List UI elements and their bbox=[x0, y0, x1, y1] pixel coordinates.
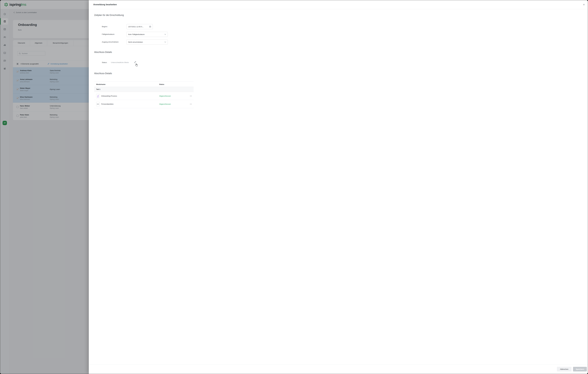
ellipsis-menu-icon[interactable]: ••• bbox=[189, 103, 193, 106]
module-name: Firmenüberblick bbox=[101, 103, 114, 105]
modules-table: Modulname Status Teil 1 A Onboarding-Pro… bbox=[94, 82, 194, 108]
due-date-value: Kein Fälligkeitsdatum bbox=[128, 33, 145, 35]
restrict-access-select[interactable]: Nicht einschränken bbox=[126, 39, 168, 44]
modal-header: Anmeldung bearbeiten × bbox=[89, 0, 201, 9]
restrict-access-value: Nicht einschränken bbox=[128, 41, 143, 43]
modal-body: Zeitplan für die Einschreibung Beginn: 1… bbox=[89, 9, 201, 128]
due-date-label: Fälligkeitsdatum: bbox=[102, 32, 115, 37]
app-window: ispringlms bbox=[0, 0, 201, 128]
module-row[interactable]: Firmenüberblick Abgeschlossen ••• bbox=[94, 100, 194, 108]
module-group-row: Teil 1 bbox=[94, 87, 194, 92]
restrict-access-label: Zugang einschränken: bbox=[102, 39, 119, 44]
status-value: Unterschiedliche Werte bbox=[111, 62, 129, 63]
module-name: Onboarding-Prozess bbox=[101, 95, 117, 97]
article-doc-icon: A bbox=[96, 94, 100, 98]
status-label: Status: bbox=[102, 62, 107, 63]
ellipsis-menu-icon[interactable]: ••• bbox=[189, 95, 193, 98]
module-row[interactable]: A Onboarding-Prozess Abgeschlossen ••• bbox=[94, 92, 194, 100]
completion-heading: Abschluss-Details bbox=[94, 51, 112, 54]
chevron-down-icon bbox=[164, 34, 166, 35]
schedule-heading: Zeitplan für die Einschreibung bbox=[94, 14, 124, 17]
column-header-module: Modulname bbox=[96, 83, 105, 85]
cursor-pointer-icon bbox=[135, 63, 138, 67]
modules-table-header: Modulname Status bbox=[94, 82, 194, 87]
edit-enrollment-modal: Anmeldung bearbeiten × Zeitplan für die … bbox=[89, 0, 201, 128]
module-status: Abgeschlossen bbox=[159, 103, 171, 105]
module-status: Abgeschlossen bbox=[159, 95, 171, 97]
calendar-icon bbox=[149, 26, 151, 28]
start-date-label: Beginn: bbox=[102, 24, 108, 29]
modules-heading: Abschluss-Details bbox=[94, 72, 112, 75]
chevron-down-icon bbox=[164, 42, 166, 43]
column-header-status: Status bbox=[159, 83, 164, 85]
link-doc-icon bbox=[96, 102, 100, 106]
modal-title: Anmeldung bearbeiten bbox=[93, 3, 117, 6]
start-date-value: 10/7/2021 12:00 A... bbox=[128, 26, 144, 28]
due-date-select[interactable]: Kein Fälligkeitsdatum bbox=[126, 32, 168, 37]
start-date-input[interactable]: 10/7/2021 12:00 A... bbox=[126, 24, 153, 29]
edit-status-pencil-icon[interactable] bbox=[134, 61, 136, 63]
